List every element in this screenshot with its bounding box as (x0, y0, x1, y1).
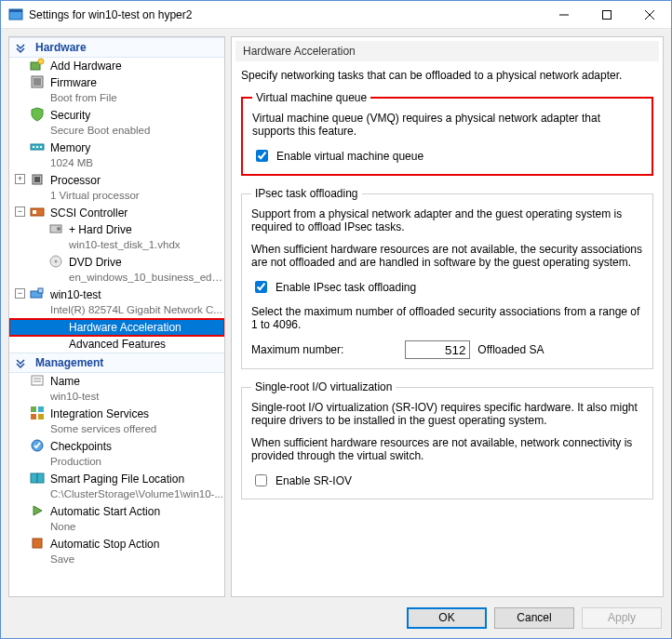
max-number-input[interactable] (405, 340, 470, 359)
tree-item-advanced-features[interactable]: Advanced Features (9, 336, 224, 353)
max-number-row: Maximum number: Offloaded SA (251, 340, 643, 359)
tree-item-label: Firmware (50, 76, 97, 89)
content-panel: Hardware Acceleration Specify networking… (231, 36, 664, 597)
svg-rect-17 (33, 210, 36, 214)
checkbox-label: Enable virtual machine queue (276, 150, 423, 163)
category-label: Hardware (35, 41, 87, 54)
tree-item-label: Integration Services (50, 407, 149, 420)
svg-rect-28 (38, 406, 44, 412)
svg-rect-30 (38, 414, 44, 419)
collapse-icon[interactable]: − (15, 206, 25, 217)
checkbox-input[interactable] (256, 150, 268, 162)
group-legend: IPsec task offloading (251, 187, 362, 200)
checkpoint-icon (30, 438, 45, 453)
tree-item-sub: C:\ClusterStorage\Volume1\win10-... (9, 487, 224, 503)
category-management[interactable]: Management (9, 353, 224, 373)
checkbox-enable-sriov[interactable]: Enable SR-IOV (251, 472, 643, 489)
svg-marker-34 (34, 506, 42, 515)
tree-item-sub: Secure Boot enabled (9, 124, 224, 140)
tree-item-security[interactable]: Security (9, 107, 224, 124)
tree-item-paging[interactable]: Smart Paging File Location (9, 471, 224, 487)
dvd-icon (48, 254, 63, 269)
tree-item-label: win10-test (50, 288, 101, 301)
svg-rect-13 (40, 146, 42, 148)
tree-item-scsi[interactable]: − SCSI Controller (9, 205, 224, 221)
tree-item-hardware-acceleration[interactable]: Hardware Acceleration (9, 319, 224, 336)
checkbox-input[interactable] (255, 474, 267, 486)
tree-item-autostop[interactable]: Automatic Stop Action (9, 536, 224, 552)
tree-item-sub: Production (9, 455, 224, 471)
nic-icon (30, 286, 45, 301)
paging-icon (30, 471, 45, 486)
expand-icon[interactable]: + (15, 174, 25, 184)
tree-item-sub: Save (9, 552, 224, 568)
svg-point-7 (38, 59, 44, 64)
tree-item-label: Checkpoints (50, 440, 112, 453)
dialog-footer: OK Cancel Apply (1, 597, 671, 638)
ipsec-select-text: Select the maximum number of offloaded s… (251, 305, 643, 331)
tree-item-label: Name (50, 375, 80, 388)
tree-item-label: Add Hardware (50, 60, 122, 73)
svg-rect-11 (33, 146, 34, 148)
svg-rect-15 (34, 177, 40, 182)
collapse-icon[interactable]: − (15, 288, 25, 299)
tree-item-sub: 1 Virtual processor (9, 189, 224, 205)
titlebar: Settings for win10-test on hyper2 (1, 1, 671, 29)
apply-button[interactable]: Apply (582, 607, 662, 629)
svg-rect-3 (603, 10, 612, 19)
checkbox-label: Enable IPsec task offloading (276, 281, 416, 294)
processor-icon (30, 172, 45, 187)
tree-item-label: Security (50, 109, 90, 122)
svg-rect-33 (37, 473, 44, 483)
tree-item-hard-drive[interactable]: + Hard Drive (9, 221, 224, 238)
svg-rect-29 (31, 414, 36, 419)
tree-item-dvd[interactable]: DVD Drive (9, 254, 224, 271)
tree-item-sub: win10-test_disk_1.vhdx (9, 238, 224, 254)
tree-item-add-hardware[interactable]: Add Hardware (9, 58, 224, 74)
tree-item-sub: Some services offered (9, 422, 224, 438)
window-title: Settings for win10-test on hyper2 (29, 8, 543, 21)
maximize-button[interactable] (585, 1, 628, 29)
tree-item-processor[interactable]: + Processor (9, 172, 224, 189)
tree-item-label: Automatic Stop Action (50, 538, 159, 551)
tree-item-sub: en_windows_10_business_editi... (9, 271, 224, 286)
minimize-button[interactable] (543, 1, 585, 29)
svg-rect-1 (9, 9, 22, 12)
checkbox-enable-vmq[interactable]: Enable virtual machine queue (252, 147, 642, 165)
tree-item-firmware[interactable]: Firmware (9, 74, 224, 91)
svg-rect-35 (33, 539, 42, 548)
tree-item-autostart[interactable]: Automatic Start Action (9, 503, 224, 520)
tree-item-integration[interactable]: Integration Services (9, 406, 224, 422)
tree-item-network-adapter[interactable]: − win10-test (9, 286, 224, 303)
max-number-label: Maximum number: (251, 343, 343, 356)
autostart-icon (30, 503, 45, 518)
checkbox-enable-ipsec[interactable]: Enable IPsec task offloading (251, 278, 643, 296)
autostop-icon (30, 536, 45, 551)
memory-icon (30, 140, 45, 154)
category-hardware[interactable]: Hardware (9, 37, 224, 58)
tree-item-checkpoints[interactable]: Checkpoints (9, 438, 224, 455)
tree-item-memory[interactable]: Memory (9, 140, 224, 156)
settings-tree[interactable]: Hardware Add Hardware Firmware Boot from… (8, 36, 225, 597)
expand-icon[interactable]: + (69, 223, 75, 236)
tree-item-label: Hard Drive (78, 223, 131, 236)
tree-item-label: Smart Paging File Location (50, 473, 184, 486)
scsi-icon (30, 205, 45, 220)
tree-item-label: DVD Drive (69, 256, 122, 269)
cancel-button[interactable]: Cancel (494, 607, 574, 629)
integration-icon (30, 406, 45, 420)
group-ipsec: IPsec task offloading Support from a phy… (241, 187, 653, 369)
add-hardware-icon (30, 58, 45, 73)
sriov-text2: When sufficient hardware resources are n… (251, 436, 643, 462)
checkbox-input[interactable] (255, 281, 267, 293)
vmq-text: Virtual machine queue (VMQ) requires a p… (252, 112, 642, 138)
ok-button[interactable]: OK (407, 607, 487, 629)
tree-item-name[interactable]: Name (9, 373, 224, 390)
tree-item-label: Automatic Start Action (50, 505, 160, 518)
close-button[interactable] (628, 1, 671, 29)
group-vmq: Virtual machine queue Virtual machine qu… (241, 91, 653, 176)
svg-rect-24 (32, 376, 43, 385)
tree-item-label: Memory (50, 141, 90, 154)
category-label: Management (35, 356, 103, 369)
svg-rect-32 (31, 473, 37, 483)
